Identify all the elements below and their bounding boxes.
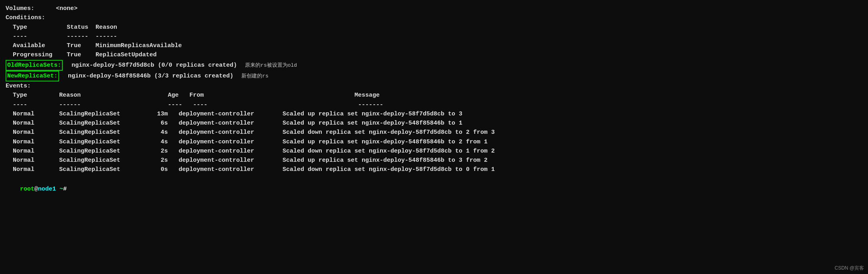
event-age: 0s xyxy=(125,165,168,174)
prompt-line: root@node1 ~# xyxy=(6,175,862,203)
event-message: Scaled up replica set nginx-deploy-58f7d… xyxy=(272,109,462,119)
event-type: Normal xyxy=(6,156,42,165)
event-reason: ScalingReplicaSet xyxy=(45,128,125,137)
event-row: Normal ScalingReplicaSet 2s deployment-c… xyxy=(6,156,862,165)
watermark: CSDN @宾客 xyxy=(834,265,864,272)
col-type-header: Type xyxy=(6,91,42,100)
old-replica-label: OldReplicaSets: xyxy=(6,60,63,71)
event-type: Normal xyxy=(6,147,42,156)
event-type: Normal xyxy=(6,109,42,119)
cond-available-line: Available True MinimumReplicasAvailable xyxy=(6,41,862,50)
prompt-path: ~ xyxy=(60,186,63,193)
event-from: deployment-controller xyxy=(168,156,272,165)
event-reason: ScalingReplicaSet xyxy=(45,156,125,165)
event-type: Normal xyxy=(6,165,42,174)
event-type: Normal xyxy=(6,137,42,147)
event-message: Scaled up replica set nginx-deploy-548f8… xyxy=(272,119,462,128)
new-replica-annotation: 新创建的rs xyxy=(241,72,269,80)
events-cols: Type Reason Age From Message xyxy=(6,91,862,100)
event-row: Normal ScalingReplicaSet 2s deployment-c… xyxy=(6,147,862,156)
event-message: Scaled down replica set nginx-deploy-58f… xyxy=(272,147,495,156)
cond-sep-line: ---- ------ ------ xyxy=(6,32,862,41)
conditions-line: Conditions: xyxy=(6,13,862,22)
new-replica-line: NewReplicaSet: nginx-deploy-548f85846b (… xyxy=(6,71,862,81)
old-replica-annotation: 原来的rs被设置为old xyxy=(245,62,297,69)
volumes-line: Volumes: <none> xyxy=(6,4,862,13)
cond-cols-line: Type Status Reason xyxy=(6,23,862,32)
old-replica-value: nginx-deploy-58f7d5d8cb (0/0 replicas cr… xyxy=(64,61,237,70)
events-table: Normal ScalingReplicaSet 13m deployment-… xyxy=(6,109,862,175)
prompt-host: node1 xyxy=(38,186,56,193)
col-reason-header: Reason xyxy=(45,91,125,100)
new-replica-label: NewReplicaSet: xyxy=(6,71,59,81)
old-replica-line: OldReplicaSets: nginx-deploy-58f7d5d8cb … xyxy=(6,60,862,71)
col-type-sep: ---- xyxy=(6,100,42,109)
prompt-user: root xyxy=(20,186,34,193)
cond-progressing-line: Progressing True ReplicaSetUpdated xyxy=(6,50,862,60)
col-from-header: From xyxy=(179,91,283,100)
event-row: Normal ScalingReplicaSet 4s deployment-c… xyxy=(6,128,862,137)
col-from-sep: ---- xyxy=(182,100,286,109)
event-row: Normal ScalingReplicaSet 0s deployment-c… xyxy=(6,165,862,174)
new-replica-value: nginx-deploy-548f85846b (3/3 replicas cr… xyxy=(61,71,233,81)
event-type: Normal xyxy=(6,128,42,137)
col-message-header: Message xyxy=(283,91,380,100)
col-age-sep: ---- xyxy=(125,100,182,109)
event-from: deployment-controller xyxy=(168,128,272,137)
event-message: Scaled down replica set nginx-deploy-58f… xyxy=(272,165,495,174)
event-age: 4s xyxy=(125,128,168,137)
event-age: 2s xyxy=(125,156,168,165)
event-reason: ScalingReplicaSet xyxy=(45,119,125,128)
event-row: Normal ScalingReplicaSet 6s deployment-c… xyxy=(6,119,862,128)
event-row: Normal ScalingReplicaSet 4s deployment-c… xyxy=(6,137,862,147)
event-reason: ScalingReplicaSet xyxy=(45,109,125,119)
terminal-output: Volumes: <none> Conditions: Type Status … xyxy=(6,4,862,203)
event-message: Scaled down replica set nginx-deploy-58f… xyxy=(272,128,495,137)
event-from: deployment-controller xyxy=(168,119,272,128)
event-age: 2s xyxy=(125,147,168,156)
event-from: deployment-controller xyxy=(168,165,272,174)
event-age: 13m xyxy=(125,109,168,119)
col-age-header: Age xyxy=(125,91,179,100)
event-reason: ScalingReplicaSet xyxy=(45,147,125,156)
event-message: Scaled up replica set nginx-deploy-548f8… xyxy=(272,137,488,147)
events-header: Events: xyxy=(6,81,862,91)
event-from: deployment-controller xyxy=(168,137,272,147)
event-row: Normal ScalingReplicaSet 13m deployment-… xyxy=(6,109,862,119)
event-age: 4s xyxy=(125,137,168,147)
col-message-sep: ------- xyxy=(286,100,383,109)
event-from: deployment-controller xyxy=(168,147,272,156)
event-reason: ScalingReplicaSet xyxy=(45,165,125,174)
col-reason-sep: ------ xyxy=(45,100,125,109)
event-from: deployment-controller xyxy=(168,109,272,119)
event-age: 6s xyxy=(125,119,168,128)
event-type: Normal xyxy=(6,119,42,128)
event-message: Scaled up replica set nginx-deploy-548f8… xyxy=(272,156,488,165)
event-reason: ScalingReplicaSet xyxy=(45,137,125,147)
events-sep: ---- ------ ---- ---- ------- xyxy=(6,100,862,109)
